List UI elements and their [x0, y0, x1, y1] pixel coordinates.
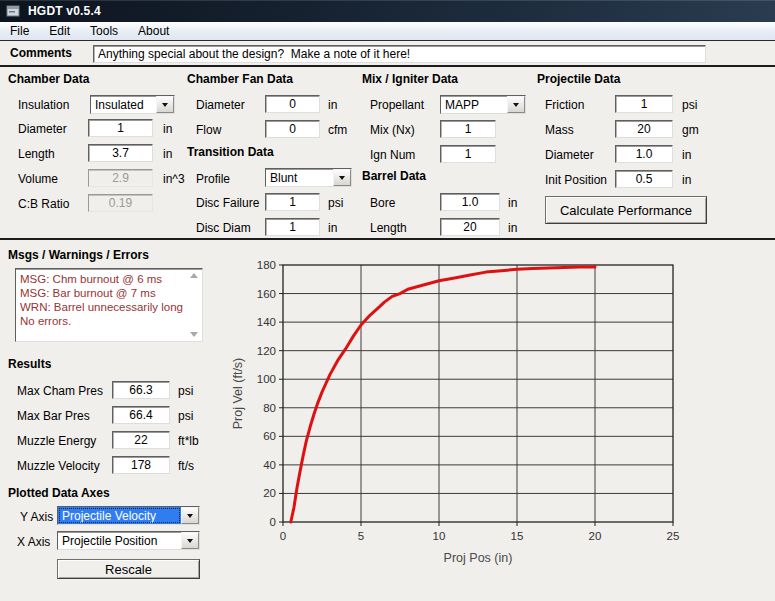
- init-position-unit: in: [682, 173, 691, 187]
- message-line: MSG: Chm burnout @ 6 ms: [20, 272, 186, 286]
- muzzle-velocity-unit: ft/s: [178, 459, 194, 473]
- propellant-select[interactable]: MAPP: [440, 95, 526, 114]
- barrel-length-unit: in: [508, 221, 517, 235]
- cb-ratio-output: [88, 194, 153, 212]
- fan-diameter-unit: in: [328, 98, 337, 112]
- barrel-length-label: Length: [370, 221, 407, 235]
- muzzle-velocity-label: Muzzle Velocity: [17, 459, 100, 473]
- projectile-heading: Projectile Data: [537, 72, 620, 86]
- mass-unit: gm: [682, 123, 699, 137]
- y-tick-label: 160: [257, 288, 276, 300]
- y-tick-label: 140: [257, 316, 276, 328]
- y-tick-label: 100: [257, 373, 276, 385]
- chamber-length-input[interactable]: [88, 144, 153, 162]
- disc-diam-unit: in: [328, 221, 337, 235]
- plot-frame: [283, 265, 673, 522]
- chevron-down-icon[interactable]: [507, 96, 525, 113]
- window-title: HGDT v0.5.4: [28, 4, 101, 18]
- x-tick-label: 5: [358, 530, 364, 542]
- mass-input[interactable]: [615, 120, 673, 138]
- profile-select[interactable]: Blunt: [265, 168, 352, 187]
- plotted-axes-heading: Plotted Data Axes: [8, 486, 110, 500]
- chamber-diameter-label: Diameter: [18, 122, 67, 136]
- init-position-label: Init Position: [545, 173, 607, 187]
- menubar: File Edit Tools About: [0, 22, 775, 41]
- max-cham-pres-output: [112, 381, 170, 399]
- chamber-volume-unit: in^3: [163, 172, 185, 186]
- menu-tools[interactable]: Tools: [80, 23, 128, 40]
- chevron-down-icon[interactable]: [333, 169, 351, 186]
- divider: [0, 65, 775, 67]
- barrel-length-input[interactable]: [440, 218, 500, 236]
- chevron-down-icon[interactable]: [181, 532, 199, 549]
- chevron-down-icon[interactable]: [156, 96, 174, 113]
- init-position-input[interactable]: [615, 170, 673, 188]
- y-tick-label: 180: [257, 259, 276, 271]
- fan-diameter-input[interactable]: [265, 95, 320, 113]
- x-tick-label: 15: [511, 530, 524, 542]
- y-axis-value: Projectile Velocity: [58, 507, 181, 524]
- chamber-length-label: Length: [18, 147, 55, 161]
- x-axis-title: Proj Pos (in): [444, 551, 513, 565]
- scroll-down-icon[interactable]: [190, 332, 198, 337]
- disc-failure-label: Disc Failure: [196, 196, 259, 210]
- message-line: WRN: Barrel unnecessarily long: [20, 300, 186, 314]
- rescale-button[interactable]: Rescale: [57, 559, 200, 579]
- bore-input[interactable]: [440, 193, 500, 211]
- comments-label: Comments: [10, 46, 72, 60]
- fan-flow-label: Flow: [196, 123, 221, 137]
- profile-value: Blunt: [266, 169, 333, 186]
- menu-edit[interactable]: Edit: [39, 23, 80, 40]
- x-axis-select[interactable]: Projectile Position: [57, 531, 200, 550]
- muzzle-energy-output: [112, 431, 170, 449]
- friction-label: Friction: [545, 98, 584, 112]
- scroll-up-icon[interactable]: [190, 273, 198, 278]
- messages-heading: Msgs / Warnings / Errors: [8, 248, 149, 262]
- results-heading: Results: [8, 357, 51, 371]
- propellant-value: MAPP: [441, 96, 507, 113]
- max-cham-pres-unit: psi: [178, 384, 193, 398]
- disc-failure-input[interactable]: [265, 193, 320, 211]
- menu-about[interactable]: About: [128, 23, 179, 40]
- bore-label: Bore: [370, 196, 395, 210]
- friction-unit: psi: [682, 98, 697, 112]
- x-tick-label: 0: [280, 530, 286, 542]
- y-axis-label: Y Axis: [20, 510, 53, 524]
- max-bar-pres-unit: psi: [178, 409, 193, 423]
- disc-diam-input[interactable]: [265, 218, 320, 236]
- comments-input[interactable]: [93, 45, 706, 63]
- muzzle-energy-unit: ft*lb: [178, 434, 199, 448]
- barrel-heading: Barrel Data: [362, 169, 426, 183]
- calculate-performance-button[interactable]: Calculate Performance: [545, 196, 707, 224]
- titlebar[interactable]: HGDT v0.5.4: [0, 0, 775, 22]
- y-tick-label: 60: [263, 430, 276, 442]
- insulation-select[interactable]: Insulated: [90, 95, 175, 114]
- chamber-diameter-input[interactable]: [88, 119, 153, 137]
- chamber-diameter-unit: in: [163, 122, 172, 136]
- propellant-label: Propellant: [370, 98, 424, 112]
- transition-heading: Transition Data: [187, 145, 274, 159]
- x-tick-label: 25: [667, 530, 680, 542]
- y-axis-select[interactable]: Projectile Velocity: [57, 506, 200, 525]
- fan-flow-input[interactable]: [265, 120, 320, 138]
- x-axis-value: Projectile Position: [58, 532, 181, 549]
- insulation-value: Insulated: [91, 96, 156, 113]
- chamber-volume-output: [88, 169, 153, 187]
- messages-box[interactable]: MSG: Chm burnout @ 6 ms MSG: Bar burnout…: [15, 268, 203, 342]
- cb-ratio-label: C:B Ratio: [18, 197, 69, 211]
- max-bar-pres-output: [112, 406, 170, 424]
- ign-num-input[interactable]: [440, 145, 496, 163]
- fan-diameter-label: Diameter: [196, 98, 245, 112]
- proj-diameter-input[interactable]: [615, 145, 673, 163]
- mix-nx-label: Mix (Nx): [370, 123, 415, 137]
- max-cham-pres-label: Max Cham Pres: [17, 384, 103, 398]
- mix-nx-input[interactable]: [440, 120, 496, 138]
- insulation-label: Insulation: [18, 98, 69, 112]
- scrollbar[interactable]: [187, 271, 200, 339]
- menu-file[interactable]: File: [0, 23, 39, 40]
- friction-input[interactable]: [615, 95, 673, 113]
- fan-flow-unit: cfm: [328, 123, 347, 137]
- chevron-down-icon[interactable]: [181, 507, 199, 524]
- muzzle-energy-label: Muzzle Energy: [17, 434, 96, 448]
- x-tick-label: 20: [589, 530, 602, 542]
